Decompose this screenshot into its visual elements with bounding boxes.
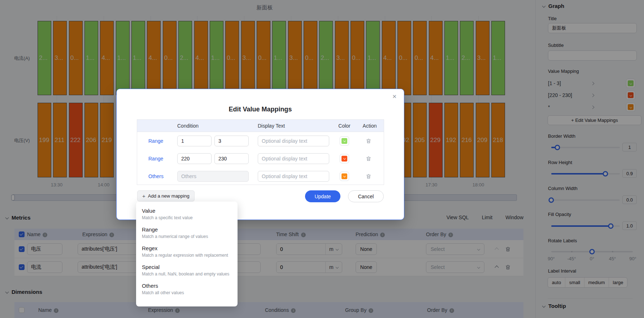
mappings-table: Condition Display Text Color Action Rang…: [137, 119, 384, 185]
dropdown-item-special[interactable]: SpecialMatch a null, NaN, boolean and em…: [136, 261, 238, 279]
delete-mapping-icon[interactable]: [366, 174, 371, 179]
delete-mapping-icon[interactable]: [366, 138, 371, 143]
dropdown-item-description: Match a null, NaN, boolean and empty val…: [142, 271, 232, 277]
dropdown-item-others[interactable]: OthersMatch all other values: [136, 279, 238, 298]
chevron-down-icon: [343, 157, 345, 160]
dropdown-item-description: Match a specific text value: [142, 215, 232, 220]
color-swatch: [341, 156, 347, 162]
mapping-row: Others: [137, 167, 384, 185]
add-mapping-button[interactable]: + Add a new mapping: [137, 190, 195, 202]
mapping-row: Range: [137, 132, 384, 150]
dropdown-item-description: Match a numerical range of values: [142, 234, 232, 239]
delete-mapping-icon[interactable]: [366, 156, 371, 161]
mapping-row: Range: [137, 150, 384, 167]
color-header: Color: [338, 123, 350, 129]
mappings-table-header: Condition Display Text Color Action: [137, 120, 384, 132]
display-text-header: Display Text: [258, 123, 285, 129]
dropdown-item-description: Match all other values: [142, 290, 232, 295]
color-swatch: [341, 138, 347, 144]
modal-title: Edit Value Mappings: [117, 106, 404, 113]
dropdown-item-title: Others: [142, 283, 232, 289]
action-header: Action: [363, 123, 377, 129]
app-root: 新面板 电流(A) 电压(V) 2...3...0...1...4...1...…: [0, 0, 644, 318]
others-input: [177, 171, 249, 182]
mapping-type-label: Range: [148, 138, 163, 144]
dropdown-item-title: Value: [142, 208, 232, 214]
color-swatch-button[interactable]: [340, 136, 349, 146]
range-from-input[interactable]: [177, 136, 212, 146]
display-text-input[interactable]: [258, 136, 329, 146]
dropdown-item-title: Special: [142, 264, 232, 270]
color-swatch-button[interactable]: [340, 154, 349, 163]
cancel-button[interactable]: Cancel: [348, 190, 384, 202]
chevron-down-icon: [343, 175, 345, 177]
color-swatch: [341, 173, 347, 179]
mapping-type-label: Others: [148, 173, 164, 179]
close-icon[interactable]: ✕: [392, 93, 397, 100]
dropdown-item-range[interactable]: RangeMatch a numerical range of values: [136, 223, 238, 242]
add-mapping-label: Add a new mapping: [148, 193, 190, 199]
color-swatch-button[interactable]: [340, 172, 349, 181]
mapping-type-label: Range: [148, 156, 163, 162]
edit-value-mappings-modal: ✕ Edit Value Mappings Condition Display …: [116, 89, 404, 220]
dropdown-item-regex[interactable]: RegexMatch a regular expression with rep…: [136, 242, 238, 261]
dropdown-item-description: Match a regular expression with replacem…: [142, 253, 232, 258]
range-to-input[interactable]: [214, 153, 249, 164]
display-text-input[interactable]: [258, 153, 329, 164]
condition-header: Condition: [177, 123, 199, 129]
display-text-input[interactable]: [258, 171, 329, 182]
range-from-input[interactable]: [177, 153, 212, 164]
chevron-down-icon: [343, 140, 345, 142]
mapping-type-dropdown: ValueMatch a specific text valueRangeMat…: [136, 202, 238, 306]
dropdown-item-title: Regex: [142, 245, 232, 251]
update-button[interactable]: Update: [305, 190, 340, 202]
plus-icon: +: [142, 193, 145, 199]
dropdown-item-title: Range: [142, 226, 232, 233]
dropdown-item-value[interactable]: ValueMatch a specific text value: [136, 204, 238, 223]
range-to-input[interactable]: [214, 136, 249, 146]
